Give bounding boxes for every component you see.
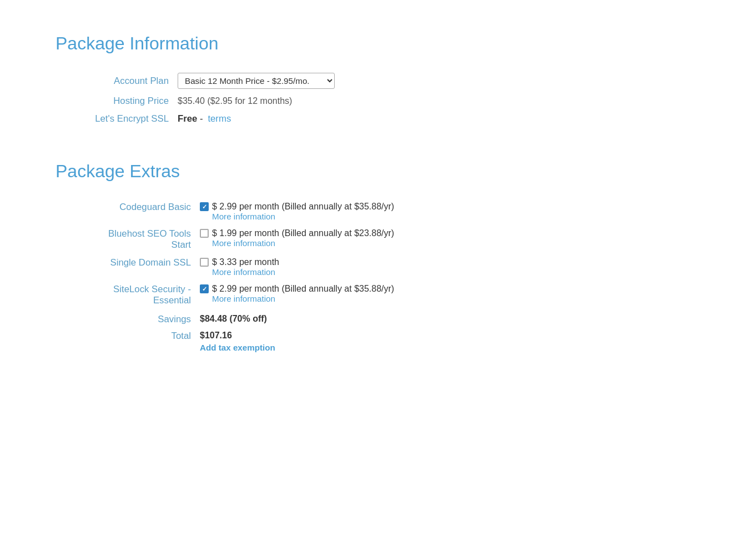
domain-ssl-line: $ 3.33 per month (200, 257, 394, 267)
seo-tools-price: $ 1.99 per month (Billed annually at $23… (212, 228, 394, 238)
hosting-price-label: Hosting Price (56, 92, 178, 110)
codeguard-row: Codeguard Basic $ 2.99 per month (Billed… (56, 197, 394, 224)
seo-tools-row: Bluehost SEO Tools Start $ 1.99 per mont… (56, 224, 394, 253)
tax-exemption-link[interactable]: Add tax exemption (200, 343, 394, 352)
package-information-title: Package Information (56, 33, 723, 54)
total-row: Total $107.16 Add tax exemption (56, 327, 394, 354)
total-label: Total (56, 327, 200, 354)
sitelock-checkbox[interactable] (200, 284, 209, 293)
package-info-table: Account Plan Basic 12 Month Price - $2.9… (56, 69, 335, 128)
package-extras-section: Package Extras Codeguard Basic $ 2.99 pe… (33, 161, 723, 354)
sitelock-label: SiteLock Security - Essential (56, 279, 200, 308)
sitelock-row: SiteLock Security - Essential $ 2.99 per… (56, 279, 394, 308)
account-plan-value: Basic 12 Month Price - $2.95/mo. Basic 2… (178, 69, 335, 92)
domain-ssl-label: Single Domain SSL (56, 253, 200, 279)
ssl-value: Free - terms (178, 110, 335, 128)
sitelock-line: $ 2.99 per month (Billed annually at $35… (200, 284, 394, 294)
savings-value: $84.48 (70% off) (200, 308, 394, 327)
ssl-free-text: Free (178, 113, 197, 124)
ssl-separator: - (197, 113, 205, 124)
sitelock-more-info[interactable]: More information (212, 294, 275, 303)
hosting-price-row: Hosting Price $35.40 ($2.95 for 12 month… (56, 92, 335, 110)
codeguard-line: $ 2.99 per month (Billed annually at $35… (200, 202, 394, 212)
codeguard-checkbox[interactable] (200, 202, 209, 211)
domain-ssl-value: $ 3.33 per month More information (200, 253, 394, 279)
ssl-terms-link[interactable]: terms (208, 113, 231, 124)
seo-tools-line: $ 1.99 per month (Billed annually at $23… (200, 228, 394, 238)
codeguard-more-info[interactable]: More information (212, 212, 275, 221)
account-plan-row: Account Plan Basic 12 Month Price - $2.9… (56, 69, 335, 92)
savings-row: Savings $84.48 (70% off) (56, 308, 394, 327)
seo-tools-more-info[interactable]: More information (212, 238, 275, 248)
codeguard-price: $ 2.99 per month (Billed annually at $35… (212, 202, 394, 212)
total-value: $107.16 Add tax exemption (200, 327, 394, 354)
savings-label: Savings (56, 308, 200, 327)
domain-ssl-checkbox[interactable] (200, 258, 209, 267)
package-extras-title: Package Extras (56, 161, 723, 182)
codeguard-value: $ 2.99 per month (Billed annually at $35… (200, 197, 394, 224)
seo-tools-label: Bluehost SEO Tools Start (56, 224, 200, 253)
package-extras-table: Codeguard Basic $ 2.99 per month (Billed… (56, 197, 394, 354)
ssl-row: Let's Encrypt SSL Free - terms (56, 110, 335, 128)
sitelock-price: $ 2.99 per month (Billed annually at $35… (212, 284, 394, 294)
ssl-label: Let's Encrypt SSL (56, 110, 178, 128)
codeguard-label: Codeguard Basic (56, 197, 200, 224)
seo-tools-value: $ 1.99 per month (Billed annually at $23… (200, 224, 394, 253)
account-plan-label: Account Plan (56, 69, 178, 92)
seo-tools-checkbox[interactable] (200, 229, 209, 238)
domain-ssl-row: Single Domain SSL $ 3.33 per month More … (56, 253, 394, 279)
account-plan-select[interactable]: Basic 12 Month Price - $2.95/mo. Basic 2… (178, 73, 335, 89)
domain-ssl-price: $ 3.33 per month (212, 257, 279, 267)
hosting-price-value: $35.40 ($2.95 for 12 months) (178, 92, 335, 110)
sitelock-value: $ 2.99 per month (Billed annually at $35… (200, 279, 394, 308)
domain-ssl-more-info[interactable]: More information (212, 267, 275, 277)
package-information-section: Package Information Account Plan Basic 1… (33, 33, 723, 128)
